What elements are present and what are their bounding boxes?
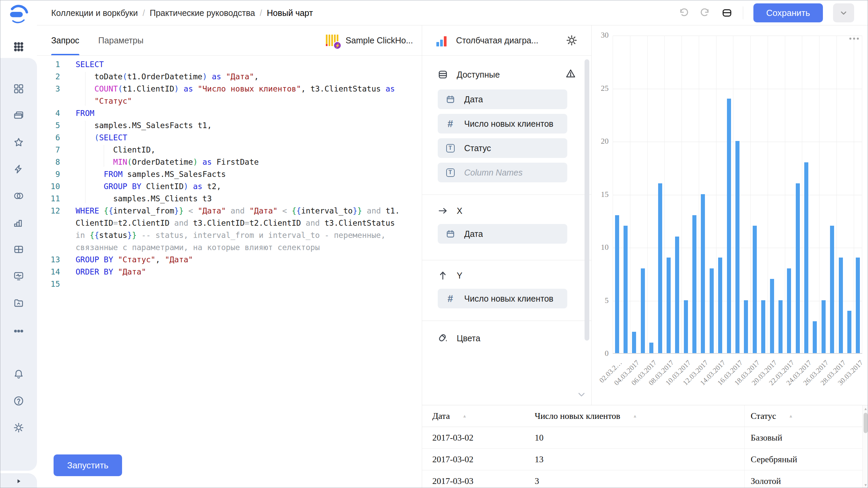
cell-date: 2017-03-02 — [432, 427, 473, 448]
sidebar-nav — [0, 83, 37, 336]
column-chart-icon[interactable] — [436, 34, 449, 47]
bar — [641, 268, 645, 353]
warning-icon — [566, 68, 576, 81]
save-button[interactable]: Сохранить — [753, 3, 823, 22]
bar — [727, 99, 731, 353]
y-tick-label: 15 — [592, 190, 609, 199]
bar — [658, 183, 662, 353]
visualization-type-label[interactable]: Столбчатая диагра... — [456, 25, 538, 56]
sidebar-item-charts[interactable] — [13, 217, 24, 228]
calendar-icon — [445, 94, 455, 104]
y-tick-label: 5 — [592, 296, 609, 305]
scroll-down-icon[interactable]: ▼ — [863, 483, 868, 487]
undo-icon[interactable] — [678, 7, 689, 19]
cell-status: Золотой — [751, 470, 781, 488]
breadcrumb-collections[interactable]: Коллекции и воркбуки — [51, 8, 138, 18]
section-available-fields: Доступные Дата # Число новых клиентов T … — [422, 56, 591, 195]
sidebar-footer-nav — [0, 368, 37, 433]
gridline — [750, 36, 751, 353]
breadcrumb-separator: / — [143, 8, 145, 18]
tab-parameters[interactable]: Параметры — [98, 25, 143, 55]
breadcrumb-guides[interactable]: Практические руководства — [150, 8, 255, 18]
bar — [684, 300, 688, 353]
table-header-status[interactable]: Статус ▲ — [751, 405, 793, 427]
table-scrollbar[interactable]: ▲ ▼ — [862, 405, 868, 488]
bar — [735, 141, 739, 353]
config-scrollbar[interactable] — [585, 59, 589, 341]
table-header-new-clients[interactable]: Число новых клиентов ▲ — [535, 405, 637, 427]
gridline — [785, 36, 785, 353]
gridline — [854, 36, 854, 353]
bar — [847, 311, 851, 353]
y-field-chip-new-clients[interactable]: # Число новых клиентов — [438, 289, 567, 308]
sidebar-item-editor[interactable] — [13, 163, 24, 175]
gridline — [836, 36, 837, 353]
gridline — [699, 36, 699, 353]
paint-bucket-icon — [438, 333, 448, 343]
sidebar-item-files[interactable] — [13, 297, 24, 309]
field-chip-new-clients[interactable]: # Число новых клиентов — [438, 114, 567, 134]
cell-status: Серебряный — [751, 449, 797, 470]
sidebar-item-monitoring[interactable] — [13, 270, 24, 282]
run-query-button[interactable]: Запустить — [54, 454, 122, 476]
section-y-axis: Y # Число новых клиентов — [422, 260, 591, 321]
gridline — [819, 36, 820, 353]
connection-badge[interactable]: ⚡ Sample ClickHo... — [325, 25, 413, 55]
gridline — [733, 36, 733, 353]
code-line: 8 MIN(OrderDatetime) as FirstDate — [37, 156, 422, 168]
gridline — [664, 36, 665, 353]
table-row: 2017-03-03 3 Золотой — [422, 470, 868, 488]
apps-grid-icon[interactable] — [13, 41, 24, 53]
code-line: 12WHERE {{interval_from}} < "Дата" and "… — [37, 205, 422, 217]
sql-code-editor[interactable]: 1SELECT2 toDate(t1.OrderDatetime) as "Да… — [37, 56, 422, 447]
lightning-badge-icon: ⚡ — [333, 41, 341, 49]
editor-tabs: Запрос Параметры — [51, 25, 143, 55]
bar — [796, 183, 800, 353]
help-icon[interactable] — [13, 395, 24, 407]
code-line: 2 toDate(t1.OrderDatetime) as "Дата", — [37, 70, 422, 83]
sidebar-item-collections[interactable] — [13, 110, 24, 121]
scrollbar-thumb[interactable] — [864, 413, 868, 433]
breadcrumb: Коллекции и воркбуки / Практические руко… — [51, 0, 313, 25]
code-line: in {{status}} -- status, interval_from и… — [37, 229, 422, 241]
bar — [753, 226, 757, 353]
sidebar-item-dashboards[interactable] — [13, 83, 24, 95]
notifications-bell-icon[interactable] — [13, 368, 24, 380]
code-line: 4FROM — [37, 107, 422, 119]
bar — [856, 258, 860, 353]
layout-panel-icon[interactable] — [721, 7, 733, 19]
available-fields-header: Доступные — [438, 68, 576, 81]
indent-guide — [85, 72, 85, 106]
sidebar-item-favorites[interactable] — [13, 137, 24, 148]
save-menu-button[interactable] — [833, 3, 854, 22]
table-row: 2017-03-02 10 Базовый — [422, 427, 868, 449]
gridline — [716, 36, 716, 353]
bar — [692, 215, 696, 353]
config-scroll-down-icon[interactable] — [577, 390, 586, 399]
field-chip-column-names[interactable]: T Column Names — [438, 163, 567, 182]
tab-query[interactable]: Запрос — [51, 25, 79, 55]
field-chip-status[interactable]: T Статус — [438, 138, 567, 158]
clickhouse-icon: ⚡ — [325, 33, 340, 48]
settings-gear-icon[interactable] — [13, 422, 24, 433]
bar — [710, 268, 714, 353]
sort-asc-icon: ▲ — [633, 413, 637, 419]
colors-header: Цвета — [438, 333, 576, 343]
sidebar-item-datasets[interactable] — [13, 244, 24, 255]
scroll-up-icon[interactable]: ▲ — [863, 407, 868, 411]
visualization-settings-gear-icon[interactable] — [566, 34, 578, 46]
code-line: 11 samples.MS_Clients t3 — [37, 192, 422, 205]
text-type-icon: T — [445, 167, 455, 178]
field-chip-date[interactable]: Дата — [438, 89, 567, 109]
redo-icon[interactable] — [699, 7, 711, 19]
datalens-logo[interactable] — [9, 4, 28, 24]
table-header-date[interactable]: Дата ▲ — [432, 405, 467, 427]
sidebar-item-connections[interactable] — [13, 190, 24, 202]
code-line: связанные с параметрами, на которые влия… — [37, 241, 422, 253]
chart-menu-dots-icon[interactable] — [849, 38, 859, 40]
bar — [830, 226, 834, 353]
x-field-chip-date[interactable]: Дата — [438, 224, 567, 244]
sidebar-item-more[interactable] — [13, 324, 24, 336]
sidebar-collapse[interactable] — [0, 473, 37, 488]
number-hash-icon: # — [445, 293, 455, 304]
